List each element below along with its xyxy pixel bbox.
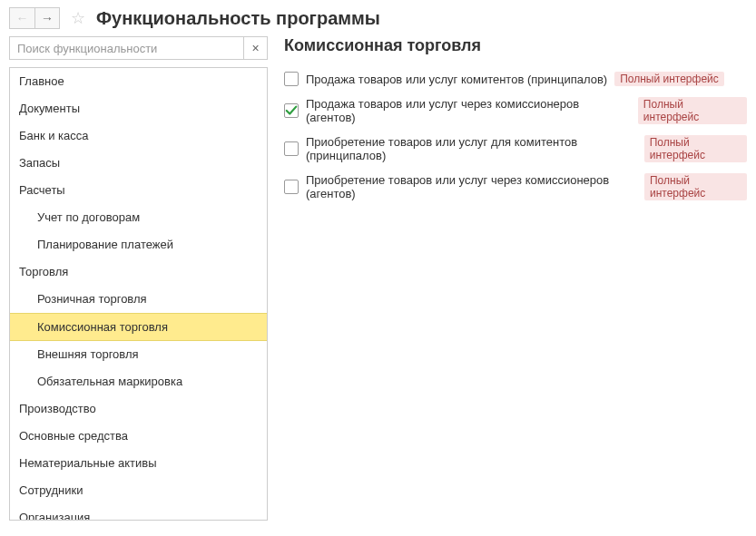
option-label: Продажа товаров или услуг комитентов (пр… bbox=[306, 73, 607, 86]
tree-item[interactable]: Банк и касса bbox=[10, 122, 267, 150]
tree-item-label: Главное bbox=[19, 74, 64, 88]
option-label: Приобретение товаров или услуг через ком… bbox=[306, 173, 637, 200]
tree-item-label: Документы bbox=[19, 102, 80, 115]
interface-badge: Полный интерфейс bbox=[644, 173, 747, 200]
tree-item[interactable]: Организация bbox=[10, 504, 267, 521]
tree-item[interactable]: Нематериальные активы bbox=[10, 450, 267, 477]
option-checkbox[interactable] bbox=[284, 72, 299, 86]
forward-button[interactable]: → bbox=[34, 7, 60, 29]
nav-buttons: ← → bbox=[9, 7, 60, 29]
arrow-right-icon: → bbox=[41, 11, 54, 25]
star-icon[interactable]: ☆ bbox=[71, 8, 85, 28]
tree-item[interactable]: Обязательная маркировка bbox=[10, 368, 267, 395]
tree-item[interactable]: Документы bbox=[10, 95, 267, 122]
page-title: Функциональность программы bbox=[96, 8, 380, 29]
tree-item[interactable]: Учет по договорам bbox=[10, 204, 267, 231]
tree-item-label: Торговля bbox=[19, 265, 68, 278]
option-checkbox[interactable] bbox=[284, 103, 299, 118]
content: × ГлавноеДокументыБанк и кассаЗапасыРасч… bbox=[0, 36, 756, 521]
tree-item[interactable]: Главное bbox=[10, 68, 267, 95]
tree-item-label: Внешняя торговля bbox=[37, 347, 139, 361]
tree-item-label: Планирование платежей bbox=[37, 238, 173, 251]
tree-item-label: Организация bbox=[19, 511, 90, 521]
tree-item-label: Основные средства bbox=[19, 429, 128, 443]
header: ← → ☆ Функциональность программы bbox=[0, 0, 756, 36]
tree-item[interactable]: Комиссионная торговля bbox=[10, 313, 267, 341]
interface-badge: Полный интерфейс bbox=[644, 135, 747, 162]
option-row: Приобретение товаров или услуг через ком… bbox=[284, 173, 747, 200]
tree-item-label: Запасы bbox=[19, 156, 60, 170]
tree-item-label: Учет по договорам bbox=[37, 210, 140, 224]
tree-item-label: Обязательная маркировка bbox=[37, 375, 182, 388]
tree-item-label: Банк и касса bbox=[19, 129, 89, 142]
option-label: Продажа товаров или услуг через комиссио… bbox=[306, 97, 631, 124]
option-row: Продажа товаров или услуг через комиссио… bbox=[284, 97, 747, 124]
tree-item[interactable]: Запасы bbox=[10, 150, 267, 177]
close-icon: × bbox=[251, 41, 259, 55]
section-title: Комиссионная торговля bbox=[284, 36, 747, 55]
search-input[interactable] bbox=[9, 36, 244, 60]
tree-item[interactable]: Внешняя торговля bbox=[10, 341, 267, 368]
arrow-left-icon: ← bbox=[16, 11, 29, 25]
option-row: Продажа товаров или услуг комитентов (пр… bbox=[284, 72, 747, 86]
tree-item[interactable]: Планирование платежей bbox=[10, 231, 267, 258]
tree-item-label: Производство bbox=[19, 402, 96, 415]
search-row: × bbox=[9, 36, 268, 60]
option-checkbox[interactable] bbox=[284, 141, 299, 156]
tree-item-label: Розничная торговля bbox=[37, 292, 147, 306]
option-checkbox[interactable] bbox=[284, 180, 299, 194]
tree-item[interactable]: Торговля bbox=[10, 258, 267, 286]
tree-item-label: Нематериальные активы bbox=[19, 456, 157, 470]
option-label: Приобретение товаров или услуг для комит… bbox=[306, 135, 637, 162]
right-column: Комиссионная торговля Продажа товаров ил… bbox=[284, 36, 747, 521]
interface-badge: Полный интерфейс bbox=[638, 97, 747, 124]
options-list: Продажа товаров или услуг комитентов (пр… bbox=[284, 72, 747, 200]
back-button[interactable]: ← bbox=[9, 7, 34, 29]
tree-item[interactable]: Расчеты bbox=[10, 177, 267, 204]
option-row: Приобретение товаров или услуг для комит… bbox=[284, 135, 747, 162]
tree-item[interactable]: Розничная торговля bbox=[10, 286, 267, 313]
tree-item[interactable]: Основные средства bbox=[10, 423, 267, 450]
tree-item[interactable]: Сотрудники bbox=[10, 477, 267, 504]
left-column: × ГлавноеДокументыБанк и кассаЗапасыРасч… bbox=[9, 36, 268, 521]
tree-item-label: Сотрудники bbox=[19, 483, 83, 497]
tree-item[interactable]: Производство bbox=[10, 395, 267, 423]
tree-item-label: Комиссионная торговля bbox=[37, 320, 168, 334]
interface-badge: Полный интерфейс bbox=[614, 72, 724, 86]
functionality-tree: ГлавноеДокументыБанк и кассаЗапасыРасчет… bbox=[9, 67, 268, 521]
tree-item-label: Расчеты bbox=[19, 183, 65, 197]
clear-search-button[interactable]: × bbox=[244, 36, 268, 60]
